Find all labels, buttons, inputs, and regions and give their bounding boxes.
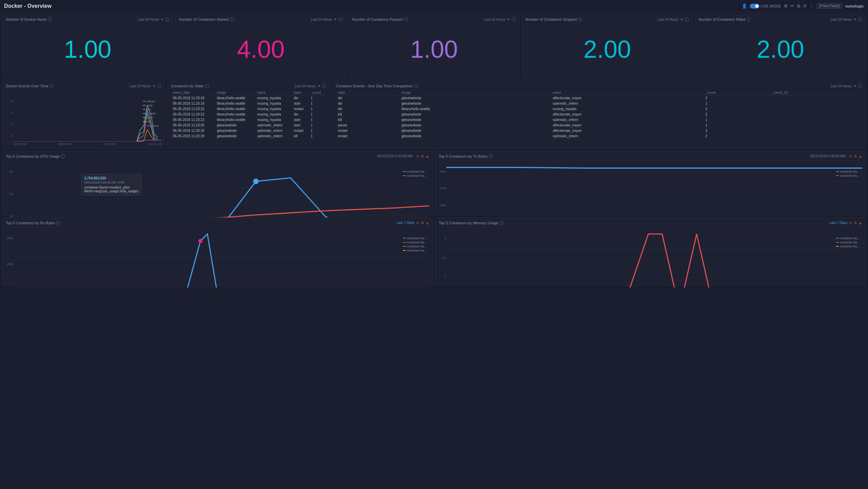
tx-bytes-panel: Top 5 Containers by Tx Bytes i 05/31/201… bbox=[435, 151, 866, 215]
refresh-icon[interactable]: ↺ bbox=[803, 3, 807, 8]
card-meta-stopped: Last 24 Hours ▼ i bbox=[657, 17, 689, 21]
cpu-usage-panel: Top 5 Containers by CPU Usage i 05/31/20… bbox=[2, 151, 433, 215]
filter-icon-rx[interactable]: ▼ bbox=[416, 221, 419, 225]
card-meta-killed: Last 24 Hours ▼ i bbox=[831, 17, 862, 21]
card-header-killed: Number of Containers Killed i Last 24 Ho… bbox=[699, 17, 862, 21]
info-icon-comparison[interactable]: i bbox=[414, 84, 418, 88]
info-icon2-events[interactable]: i bbox=[157, 84, 161, 88]
card-title-paused: Number of Containers Paused i bbox=[352, 17, 408, 21]
legend-mem-1: container.Na... bbox=[836, 237, 860, 240]
card-header-started: Number of Containers Started i Last 24 H… bbox=[179, 17, 343, 21]
info-icon2-stopped[interactable]: i bbox=[685, 17, 689, 21]
memory-usage-title: Top 5 Containers by Memory Usage i bbox=[439, 221, 504, 225]
legend-mem-3: container.Na... bbox=[836, 245, 860, 248]
info-icon-stopped[interactable]: i bbox=[578, 17, 582, 21]
filter-icon-events[interactable]: ▼ bbox=[152, 84, 156, 88]
info-icon-started[interactable]: i bbox=[230, 17, 234, 21]
alert-icon-cpu: ▲ bbox=[426, 154, 429, 158]
rx-bytes-meta: Last 7 Days ▼ ⚠ ▲ bbox=[396, 221, 429, 225]
table-row: 06-05-2018 11:20:18library/hello-seattle… bbox=[171, 101, 326, 106]
cpu-usage-title: Top 5 Containers by CPU Usage i bbox=[6, 154, 65, 158]
filter-icon-killed[interactable]: ▼ bbox=[853, 17, 857, 21]
info-icon-state[interactable]: i bbox=[205, 84, 209, 88]
topbar: Docker - Overview 👤 LIVE MODE ⚙ ✏ ⧉ ↺ ⋮ … bbox=[0, 0, 868, 12]
legend-mem-2: container.Na... bbox=[836, 241, 860, 244]
filter-icon-hosts[interactable]: ▼ bbox=[160, 17, 164, 21]
filter-icon-started[interactable]: ▼ bbox=[333, 17, 337, 21]
legend-cpu-2: container.Na... bbox=[403, 174, 427, 177]
table-row: 06-05-2018 11:20:22library/hello-seattle… bbox=[171, 112, 326, 117]
filter-icon[interactable]: ⚙ bbox=[784, 3, 788, 8]
col-state: state bbox=[292, 90, 309, 95]
docker-events-header: Docker Events Over Time i Last 24 Hours … bbox=[6, 84, 161, 88]
comparison-title: Container Events - One Day Time Comparis… bbox=[336, 84, 418, 88]
card-title-started: Number of Containers Started i bbox=[179, 17, 234, 21]
containers-state-thead: event_date image name state _count bbox=[171, 90, 326, 95]
filter-icon-cpu[interactable]: ▼ bbox=[416, 154, 419, 158]
table-row: killgitea/websiteoptimistic_shtern1 bbox=[336, 117, 862, 123]
filter-icon-mem[interactable]: ▼ bbox=[849, 221, 852, 225]
info-icon-mem[interactable]: i bbox=[500, 221, 504, 225]
table-row: dielibrary/hello-seattlemusing_hypatia2 bbox=[336, 106, 862, 112]
info-icon-paused[interactable]: i bbox=[404, 17, 408, 21]
docker-events-panel: Docker Events Over Time i Last 24 Hours … bbox=[2, 81, 165, 149]
metric-card-stopped: Number of Containers Stopped i Last 24 H… bbox=[522, 14, 693, 79]
comparison-table-wrap[interactable]: state image name _count _count_1d diegit… bbox=[336, 90, 862, 146]
info-icon2-killed[interactable]: i bbox=[858, 17, 862, 21]
mem-legend: container.Na... container.Na... containe… bbox=[836, 237, 860, 249]
legend-item-unpause: unpause bbox=[143, 124, 159, 127]
legend-item-kill: kill bbox=[143, 120, 159, 123]
user-icon[interactable]: 👤 bbox=[742, 3, 747, 8]
svg-point-8 bbox=[253, 179, 258, 184]
col-count1d-c: _count_1d bbox=[770, 90, 862, 95]
pencil-icon[interactable]: ✏ bbox=[791, 3, 794, 8]
y-axis-events: 9 6 3 0 bbox=[6, 100, 13, 138]
info-icon2-started[interactable]: i bbox=[339, 17, 343, 21]
metric-card-hosts: Number of Docker Hosts i Last 24 Hours ▼… bbox=[2, 14, 173, 79]
prism-badge[interactable]: [Prism Panel] bbox=[816, 3, 843, 9]
containers-state-table-wrap[interactable]: event_date image name state _count 06-05… bbox=[171, 90, 326, 146]
copy-icon[interactable]: ⧉ bbox=[797, 3, 800, 9]
col-state-c: state bbox=[336, 90, 399, 95]
memory-usage-panel: Top 5 Containers by Memory Usage i Last … bbox=[435, 217, 866, 285]
live-mode-toggle[interactable]: LIVE MODE bbox=[750, 4, 781, 8]
info-icon-hosts[interactable]: i bbox=[48, 17, 52, 21]
col-name-c: name bbox=[551, 90, 704, 95]
info-icon-killed[interactable]: i bbox=[747, 17, 751, 21]
card-title-killed: Number of Containers Killed i bbox=[699, 17, 751, 21]
table-row: diegitea/websiteoptimistic_shtern1 bbox=[336, 101, 862, 106]
second-row: Docker Events Over Time i Last 24 Hours … bbox=[2, 81, 866, 149]
info-icon2-state[interactable]: i bbox=[322, 84, 326, 88]
filter-icon-paused[interactable]: ▼ bbox=[507, 17, 510, 21]
more-icon[interactable]: ⋮ bbox=[809, 3, 814, 8]
tooltip-time: 05/31/2018 9:50:00 AM -0700 bbox=[84, 181, 138, 184]
card-header-paused: Number of Containers Paused i Last 24 Ho… bbox=[352, 17, 516, 21]
memory-chart-area: 2 1.5 1 0.5 0 bbox=[439, 227, 862, 287]
comparison-table: state image name _count _count_1d diegit… bbox=[336, 90, 862, 139]
info-icon-tx[interactable]: i bbox=[489, 154, 493, 158]
metric-card-paused: Number of Containers Paused i Last 24 Ho… bbox=[348, 14, 520, 79]
live-mode-label: LIVE MODE bbox=[761, 4, 781, 8]
live-mode-switch[interactable] bbox=[750, 4, 759, 8]
legend-item-restart: restart bbox=[143, 112, 159, 115]
mem-svg-area bbox=[448, 227, 862, 287]
info-icon2-paused[interactable]: i bbox=[512, 17, 516, 21]
alert-icon-tx: ▲ bbox=[858, 154, 862, 158]
comparison-header: Container Events - One Day Time Comparis… bbox=[336, 84, 862, 88]
containers-by-state-panel: Containers by State i Last 24 Hours ▼ i … bbox=[167, 81, 330, 149]
rx-chart-inner: 12:00 AM28 Mar 18 12:00 AM29 Mar 18 12:0… bbox=[13, 227, 429, 287]
filter-icon-stopped[interactable]: ▼ bbox=[680, 17, 684, 21]
info-icon2-hosts[interactable]: i bbox=[165, 17, 169, 21]
tx-bytes-header: Top 5 Containers by Tx Bytes i 05/31/201… bbox=[439, 154, 862, 158]
filter-icon-comparison[interactable]: ▼ bbox=[853, 84, 857, 88]
info-icon-rx[interactable]: i bbox=[56, 221, 60, 225]
info-icon-events[interactable]: i bbox=[50, 84, 54, 88]
info-icon-cpu[interactable]: i bbox=[61, 154, 65, 158]
card-header-hosts: Number of Docker Hosts i Last 24 Hours ▼… bbox=[6, 17, 169, 21]
cpu-usage-header: Top 5 Containers by CPU Usage i 05/31/20… bbox=[6, 154, 429, 158]
col-name: name bbox=[255, 90, 292, 95]
legend-item-start: start bbox=[143, 116, 159, 119]
filter-icon-state[interactable]: ▼ bbox=[317, 84, 321, 88]
info-icon2-comparison[interactable]: i bbox=[858, 84, 862, 88]
filter-icon-tx[interactable]: ▼ bbox=[849, 154, 852, 158]
